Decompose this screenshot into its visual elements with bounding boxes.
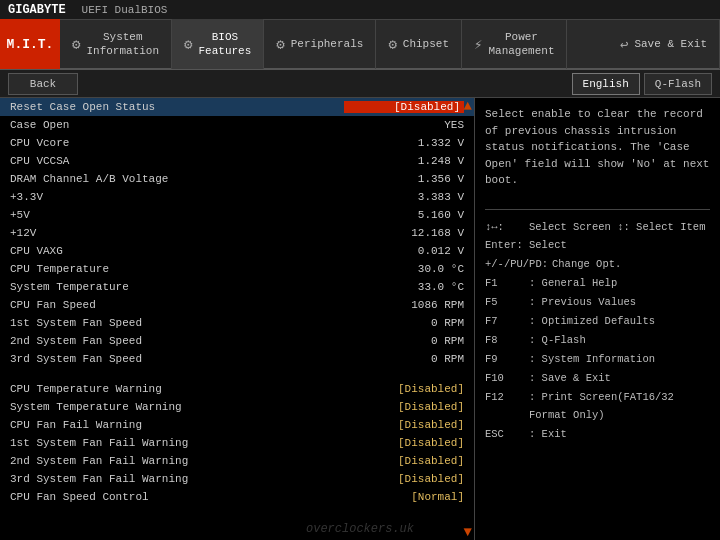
nav-peripherals[interactable]: ⚙ Peripherals [264, 19, 376, 69]
back-button[interactable]: Back [8, 73, 78, 95]
shortcut-key: F10 [485, 369, 525, 388]
table-row: 3rd System Fan Speed0 RPM [0, 350, 474, 368]
language-button[interactable]: English [572, 73, 640, 95]
table-row: CPU Temperature30.0 °C [0, 260, 474, 278]
help-divider [485, 209, 710, 210]
table-row: CPU VAXG0.012 V [0, 242, 474, 260]
spacer-row [0, 368, 474, 380]
table-row: CPU Vcore1.332 V [0, 134, 474, 152]
mit-button[interactable]: M.I.T. [0, 19, 60, 69]
list-item: F12: Print Screen(FAT16/32 Format Only) [485, 388, 710, 426]
bios-features-icon: ⚙ [184, 36, 192, 53]
list-item: Enter:Select [485, 236, 710, 255]
setting-label: CPU VAXG [10, 245, 63, 257]
table-row[interactable]: 2nd System Fan Fail Warning[Disabled] [0, 452, 474, 470]
qflash-button[interactable]: Q-Flash [644, 73, 712, 95]
peripherals-label: Peripherals [291, 37, 364, 51]
setting-label: CPU Vcore [10, 137, 69, 149]
nav-system-information[interactable]: ⚙ SystemInformation [60, 19, 172, 69]
list-item: F9: System Information [485, 350, 710, 369]
chipset-icon: ⚙ [388, 36, 396, 53]
setting-label: CPU Fan Fail Warning [10, 419, 142, 431]
scroll-down-indicator: ▼ [464, 524, 472, 540]
table-row[interactable]: CPU Fan Speed Control[Normal] [0, 488, 474, 506]
setting-value: [Disabled] [344, 437, 464, 449]
setting-value: 33.0 °C [344, 281, 464, 293]
setting-label: DRAM Channel A/B Voltage [10, 173, 168, 185]
setting-value: 5.160 V [344, 209, 464, 221]
setting-label: Case Open [10, 119, 69, 131]
setting-value: 1.356 V [344, 173, 464, 185]
setting-label: CPU VCCSA [10, 155, 69, 167]
nav-bios-features[interactable]: ⚙ BIOSFeatures [172, 19, 264, 69]
shortcut-desc: Change Opt. [552, 255, 621, 274]
setting-value: 0 RPM [344, 335, 464, 347]
setting-label: CPU Temperature [10, 263, 109, 275]
save-exit-label: Save & Exit [634, 37, 707, 51]
setting-label: +3.3V [10, 191, 43, 203]
list-item: ↕↔:Select Screen ↕: Select Item [485, 218, 710, 237]
nav-power-management[interactable]: ⚡ PowerManagement [462, 19, 567, 69]
peripherals-icon: ⚙ [276, 36, 284, 53]
setting-value: 12.168 V [344, 227, 464, 239]
table-row[interactable]: 1st System Fan Fail Warning[Disabled] [0, 434, 474, 452]
setting-value: 1.248 V [344, 155, 464, 167]
power-icon: ⚡ [474, 36, 482, 53]
setting-value: 1.332 V [344, 137, 464, 149]
setting-label: CPU Fan Speed Control [10, 491, 149, 503]
shortcut-desc: : Previous Values [529, 293, 636, 312]
right-panel: Select enable to clear the record of pre… [475, 98, 720, 540]
scroll-up-indicator: ▲ [464, 98, 472, 114]
list-item: F8: Q-Flash [485, 331, 710, 350]
shortcut-key: Enter: [485, 236, 525, 255]
setting-value: 30.0 °C [344, 263, 464, 275]
table-row[interactable]: System Temperature Warning[Disabled] [0, 398, 474, 416]
list-item: F1: General Help [485, 274, 710, 293]
shortcut-desc: : Exit [529, 425, 567, 444]
setting-value: [Disabled] [344, 419, 464, 431]
setting-label: 2nd System Fan Speed [10, 335, 142, 347]
table-row: +3.3V3.383 V [0, 188, 474, 206]
shortcut-desc: Select [529, 236, 567, 255]
chipset-label: Chipset [403, 37, 449, 51]
shortcut-key: F5 [485, 293, 525, 312]
shortcut-desc: : System Information [529, 350, 655, 369]
top-bar: GIGABYTE UEFI DualBIOS [0, 0, 720, 20]
table-row[interactable]: 3rd System Fan Fail Warning[Disabled] [0, 470, 474, 488]
setting-label: 3rd System Fan Fail Warning [10, 473, 188, 485]
setting-label: Reset Case Open Status [10, 101, 155, 113]
setting-value: [Disabled] [344, 383, 464, 395]
table-row[interactable]: Reset Case Open Status[Disabled] [0, 98, 474, 116]
setting-value: 1086 RPM [344, 299, 464, 311]
table-row: DRAM Channel A/B Voltage1.356 V [0, 170, 474, 188]
shortcut-desc: : Save & Exit [529, 369, 611, 388]
setting-value: [Normal] [344, 491, 464, 503]
left-panel: ▲ Reset Case Open Status[Disabled]Case O… [0, 98, 475, 540]
setting-value: YES [344, 119, 464, 131]
shortcut-desc: : Print Screen(FAT16/32 Format Only) [529, 388, 710, 426]
nav-chipset[interactable]: ⚙ Chipset [376, 19, 462, 69]
table-row: System Temperature33.0 °C [0, 278, 474, 296]
list-item: F5: Previous Values [485, 293, 710, 312]
shortcut-key: F9 [485, 350, 525, 369]
shortcut-key: F7 [485, 312, 525, 331]
setting-label: 1st System Fan Speed [10, 317, 142, 329]
table-row: CPU Fan Speed1086 RPM [0, 296, 474, 314]
list-item: F7: Optimized Defaults [485, 312, 710, 331]
setting-value: [Disabled] [344, 401, 464, 413]
setting-value: 0 RPM [344, 353, 464, 365]
shortcut-key: ↕↔: [485, 218, 525, 237]
shortcut-key: F8 [485, 331, 525, 350]
shortcut-desc: Select Screen ↕: Select Item [529, 218, 705, 237]
bios-features-label: BIOSFeatures [199, 30, 252, 59]
nav-save-exit[interactable]: ↩ Save & Exit [608, 19, 720, 69]
table-row[interactable]: CPU Fan Fail Warning[Disabled] [0, 416, 474, 434]
setting-label: 3rd System Fan Speed [10, 353, 142, 365]
setting-value: [Disabled] [344, 473, 464, 485]
table-row[interactable]: CPU Temperature Warning[Disabled] [0, 380, 474, 398]
setting-value: 0 RPM [344, 317, 464, 329]
setting-label: CPU Fan Speed [10, 299, 96, 311]
setting-label: System Temperature [10, 281, 129, 293]
shortcut-desc: : Q-Flash [529, 331, 586, 350]
setting-label: 1st System Fan Fail Warning [10, 437, 188, 449]
